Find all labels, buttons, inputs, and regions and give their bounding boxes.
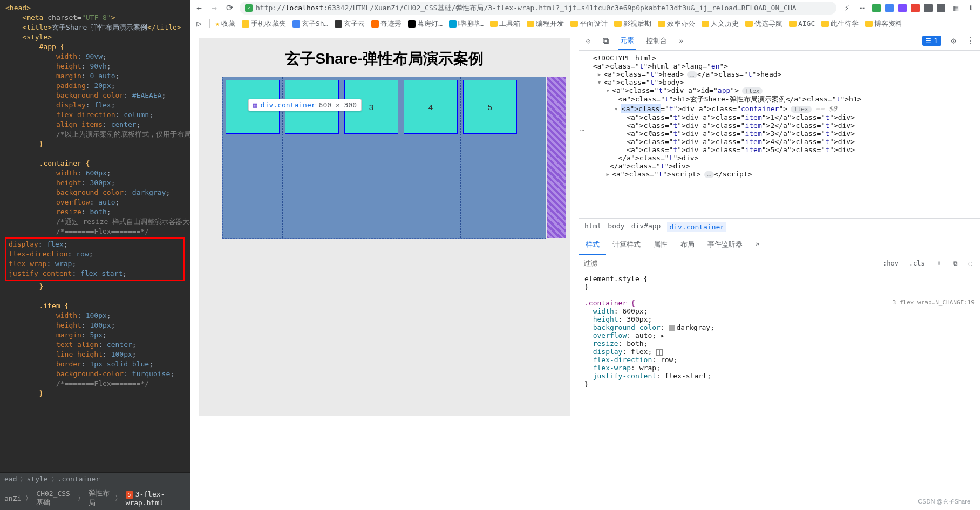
hov-button[interactable]: :hov [880,259,902,268]
bookmark-item[interactable]: 工具箱 [490,19,520,29]
bookmark-item[interactable]: 影视后期 [614,19,651,29]
demo-app: 玄子Share-弹性布局演示案例 12345 [199,38,570,416]
inspect-tooltip: ▦ div.container 600 × 300 [248,99,362,111]
resize-handle[interactable] [551,230,566,233]
read-icon[interactable]: ▷ [194,19,204,29]
tab-elements[interactable]: 元素 [618,32,636,50]
flex-badge-icon: ▦ [253,101,257,109]
bookmark-item[interactable]: 优选导航 [745,19,782,29]
code-area[interactable]: <head> <meta charset="UTF-8"> <title>玄子S… [0,0,190,472]
watermark: CSDN @玄子Share [918,498,970,506]
styles-panel-icon2[interactable]: ▢ [965,259,976,268]
secure-icon: ✓ [245,4,253,12]
bookmark-item[interactable]: AIGC [789,19,815,29]
extension-icon[interactable] [885,4,894,12]
bookmark-item[interactable]: 奇迹秀 [371,19,401,29]
tab-listeners[interactable]: 事件监听器 [701,235,749,255]
filter-input[interactable] [583,259,875,267]
issues-badge[interactable]: ☰ 1 [922,36,941,46]
tab-console[interactable]: 控制台 [644,33,669,49]
bookmark-item[interactable]: 博客资料 [865,19,902,29]
extension-icon[interactable] [898,4,907,12]
tab-more[interactable]: » [677,33,685,48]
extension-icon[interactable] [937,4,945,12]
devtools: ⟐ ⧉ 元素 控制台 » ☰ 1 ⚙ ⋮ ⋯ ↖ <!DOCTYPE html>… [579,31,980,510]
url-bar[interactable]: ✓ http://localhost:63342/HTML/XuanZi/CH0… [240,2,836,15]
reload-icon[interactable]: ⟳ [224,3,234,13]
tab-overflow[interactable]: » [749,235,766,255]
browser-toolbar: ← → ⟳ ✓ http://localhost:63342/HTML/Xuan… [190,0,980,16]
tab-layout[interactable]: 布局 [674,235,701,255]
demo-item: 4 [404,80,458,134]
bookmark-item[interactable]: 暮房灯… [408,19,443,29]
page-viewport: 玄子Share-弹性布局演示案例 12345 ▦ div.container 6… [190,31,579,510]
bookmark-item[interactable]: 手机收藏夹 [242,19,286,29]
tab-styles[interactable]: 样式 [579,235,606,255]
new-rule-icon[interactable]: ＋ [933,257,945,269]
flash-icon[interactable]: ⚡ [842,3,852,13]
extensions [872,4,945,12]
download-icon[interactable]: ⬇ [966,3,976,13]
inspect-icon[interactable]: ⟐ [583,36,593,46]
cursor-icon: ↖ [649,127,654,136]
extension-icon[interactable] [872,4,881,12]
tab-props[interactable]: 属性 [647,235,674,255]
browser-window: ← → ⟳ ✓ http://localhost:63342/HTML/Xuan… [190,0,980,510]
tab-computed[interactable]: 计算样式 [606,235,647,255]
bookmark-item[interactable]: 玄子云 [335,19,365,29]
bookmark-item[interactable]: 平面设计 [570,19,608,29]
bookmark-item[interactable]: 此生待学 [821,19,859,29]
cls-button[interactable]: .cls [906,259,928,268]
code-editor: <head> <meta charset="UTF-8"> <title>玄子S… [0,0,190,510]
apps-icon[interactable]: ▦ [951,3,961,13]
back-icon[interactable]: ← [194,3,204,13]
editor-breadcrumbs[interactable]: ead〉style〉.container [0,472,190,486]
bookmark-item[interactable]: 玄子Sh… [292,19,328,29]
bookmark-item[interactable]: 效率办公 [658,19,695,29]
extension-icon[interactable] [924,4,933,12]
forward-icon[interactable]: → [209,3,219,13]
styles-panel-icon[interactable]: ⧉ [950,259,961,268]
gear-icon[interactable]: ⚙ [949,36,958,46]
bookmark-item[interactable]: 人文历史 [702,19,739,29]
devtools-tabs: ⟐ ⧉ 元素 控制台 » ☰ 1 ⚙ ⋮ [579,31,980,51]
styles-tabs: 样式 计算样式 属性 布局 事件监听器 » [579,235,980,255]
demo-heading: 玄子Share-弹性布局演示案例 [285,49,483,69]
demo-item: 5 [463,80,517,134]
bookmark-item[interactable]: 编程开发 [527,19,564,29]
dom-tree[interactable]: ⋯ ↖ <!DOCTYPE html> <a">class="t">html a… [579,51,980,218]
extension-icon[interactable] [911,4,920,12]
styles-filter: :hov .cls ＋ ⧉ ▢ [579,255,980,271]
bookmark-item[interactable]: 哔哩哔… [449,19,484,29]
editor-path-bar[interactable]: anZi〉 CH02_CSS基础〉 弹性布局〉 53-flex-wrap.htm… [0,486,190,510]
more-icon[interactable]: ⋯ [857,3,867,13]
bookmark-item[interactable]: ★收藏 [215,19,235,29]
css-rules[interactable]: element.style {}3-flex-wrap…N_CHANGE:19.… [579,271,980,510]
kebab-icon[interactable]: ⋮ [966,36,976,46]
device-icon[interactable]: ⧉ [601,36,610,46]
dom-row-actions[interactable]: ⋯ [580,126,584,134]
dom-breadcrumbs[interactable]: html body div#app div.container [579,218,980,235]
bookmarks-bar: ▷ ★收藏手机收藏夹玄子Sh…玄子云奇迹秀暮房灯…哔哩哔…工具箱编程开发平面设计… [190,16,980,31]
